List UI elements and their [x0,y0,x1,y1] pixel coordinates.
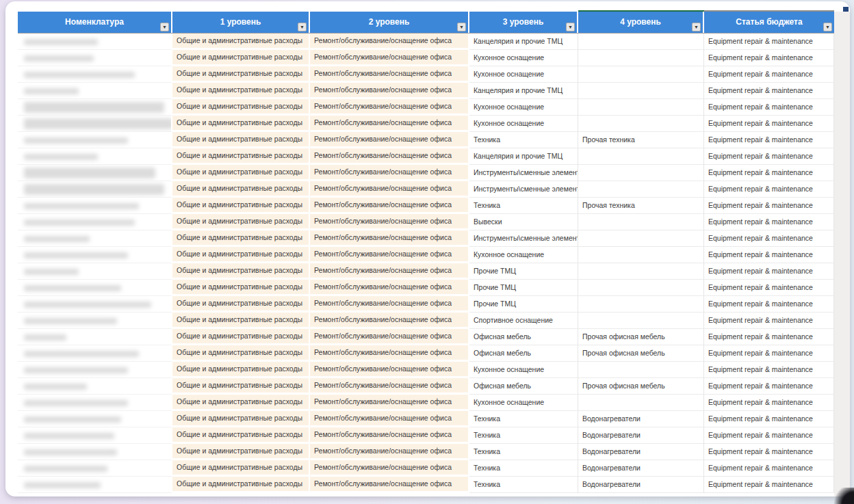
cell-nomenclature[interactable] [18,198,172,214]
cell-level3[interactable]: Канцелярия и прочие ТМЦ [469,83,578,99]
cell-level1[interactable]: Общие и административные расходы [172,460,310,477]
filter-dropdown-button-level4[interactable]: ▼ [692,23,701,31]
cell-budget[interactable]: Equipment repair & maintenance [704,280,834,296]
cell-budget[interactable]: Equipment repair & maintenance [704,132,834,148]
cell-level2[interactable]: Ремонт/обслуживание/оснащение офиса [310,34,469,50]
cell-level4[interactable] [578,214,704,230]
cell-level3[interactable]: Инструменты\сменные элементы [469,230,578,247]
cell-budget[interactable]: Equipment repair & maintenance [704,345,834,362]
cell-nomenclature[interactable] [18,362,172,378]
cell-budget[interactable]: Equipment repair & maintenance [704,477,834,493]
cell-level2[interactable]: Ремонт/обслуживание/оснащение офиса [310,50,469,66]
column-header-level4[interactable]: 4 уровень▼ [578,12,704,33]
cell-level4[interactable] [578,148,704,165]
cell-level3[interactable]: Прочие ТМЦ [469,296,578,313]
cell-level2[interactable]: Ремонт/обслуживание/оснащение офиса [310,477,469,493]
cell-budget[interactable]: Equipment repair & maintenance [704,198,834,214]
cell-level1[interactable]: Общие и административные расходы [172,116,310,132]
cell-level1[interactable]: Общие и административные расходы [172,230,310,247]
cell-budget[interactable]: Equipment repair & maintenance [704,378,834,395]
cell-level1[interactable]: Общие и административные расходы [172,214,310,230]
cell-nomenclature[interactable] [18,50,172,66]
cell-level2[interactable]: Ремонт/обслуживание/оснащение офиса [310,83,469,99]
cell-nomenclature[interactable] [18,427,172,444]
cell-level3[interactable]: Кухонное оснащение [469,395,578,411]
cell-level1[interactable]: Общие и административные расходы [172,427,310,444]
cell-level3[interactable]: Прочие ТМЦ [469,263,578,280]
cell-budget[interactable]: Equipment repair & maintenance [704,296,834,313]
cell-budget[interactable]: Equipment repair & maintenance [704,444,834,460]
cell-budget[interactable]: Equipment repair & maintenance [704,362,834,378]
cell-level2[interactable]: Ремонт/обслуживание/оснащение офиса [310,263,469,280]
cell-budget[interactable]: Equipment repair & maintenance [704,148,834,165]
cell-level4[interactable]: Водонагреватели [578,477,704,493]
cell-budget[interactable]: Equipment repair & maintenance [704,66,834,83]
column-header-budget[interactable]: Статья бюджета▼ [704,12,834,33]
cell-level2[interactable]: Ремонт/обслуживание/оснащение офиса [310,165,469,181]
cell-level4[interactable]: Водонагреватели [578,460,704,477]
cell-level1[interactable]: Общие и административные расходы [172,198,310,214]
cell-level4[interactable] [578,99,704,116]
cell-nomenclature[interactable] [18,34,172,50]
filter-dropdown-button-budget[interactable]: ▼ [823,23,832,31]
cell-level1[interactable]: Общие и административные расходы [172,411,310,427]
cell-budget[interactable]: Equipment repair & maintenance [704,181,834,198]
cell-level4[interactable] [578,50,704,66]
cell-level4[interactable] [578,181,704,198]
cell-budget[interactable]: Equipment repair & maintenance [704,247,834,263]
column-header-level1[interactable]: 1 уровень▼ [172,12,310,33]
cell-budget[interactable]: Equipment repair & maintenance [704,427,834,444]
cell-level3[interactable]: Техника [469,477,578,493]
cell-level3[interactable]: Прочие ТМЦ [469,280,578,296]
cell-nomenclature[interactable] [18,99,172,116]
cell-level3[interactable]: Канцелярия и прочие ТМЦ [469,148,578,165]
cell-budget[interactable]: Equipment repair & maintenance [704,395,834,411]
cell-nomenclature[interactable] [18,378,172,395]
cell-level2[interactable]: Ремонт/обслуживание/оснащение офиса [310,460,469,477]
cell-level3[interactable]: Вывески [469,214,578,230]
filter-dropdown-button-level1[interactable]: ▼ [298,23,307,31]
cell-level4[interactable] [578,116,704,132]
cell-nomenclature[interactable] [18,181,172,198]
cell-budget[interactable]: Equipment repair & maintenance [704,34,834,50]
cell-level2[interactable]: Ремонт/обслуживание/оснащение офиса [310,99,469,116]
cell-level4[interactable] [578,362,704,378]
cell-level2[interactable]: Ремонт/обслуживание/оснащение офиса [310,395,469,411]
cell-budget[interactable]: Equipment repair & maintenance [704,411,834,427]
cell-nomenclature[interactable] [18,411,172,427]
cell-nomenclature[interactable] [18,116,172,132]
cell-level2[interactable]: Ремонт/обслуживание/оснащение офиса [310,148,469,165]
cell-level2[interactable]: Ремонт/обслуживание/оснащение офиса [310,313,469,329]
cell-level2[interactable]: Ремонт/обслуживание/оснащение офиса [310,214,469,230]
cell-level1[interactable]: Общие и административные расходы [172,362,310,378]
cell-level4[interactable]: Прочая техника [578,198,704,214]
cell-level4[interactable] [578,230,704,247]
cell-level1[interactable]: Общие и административные расходы [172,313,310,329]
cell-level2[interactable]: Ремонт/обслуживание/оснащение офиса [310,345,469,362]
cell-level1[interactable]: Общие и административные расходы [172,165,310,181]
cell-nomenclature[interactable] [18,165,172,181]
cell-level1[interactable]: Общие и административные расходы [172,99,310,116]
cell-nomenclature[interactable] [18,444,172,460]
cell-level3[interactable]: Техника [469,427,578,444]
cell-level3[interactable]: Инструменты\сменные элементы [469,181,578,198]
cell-level1[interactable]: Общие и административные расходы [172,395,310,411]
cell-level3[interactable]: Кухонное оснащение [469,99,578,116]
cell-level4[interactable] [578,313,704,329]
filter-dropdown-button-level2[interactable]: ▼ [457,23,466,31]
cell-level1[interactable]: Общие и административные расходы [172,378,310,395]
cell-level2[interactable]: Ремонт/обслуживание/оснащение офиса [310,198,469,214]
cell-nomenclature[interactable] [18,83,172,99]
cell-level2[interactable]: Ремонт/обслуживание/оснащение офиса [310,411,469,427]
cell-level3[interactable]: Кухонное оснащение [469,116,578,132]
cell-level3[interactable]: Техника [469,460,578,477]
cell-level3[interactable]: Спортивное оснащение [469,313,578,329]
cell-level4[interactable]: Прочая офисная мебель [578,378,704,395]
cell-budget[interactable]: Equipment repair & maintenance [704,263,834,280]
cell-level4[interactable] [578,66,704,83]
cell-level4[interactable]: Водонагреватели [578,427,704,444]
cell-level1[interactable]: Общие и административные расходы [172,296,310,313]
cell-level3[interactable]: Офисная мебель [469,345,578,362]
cell-level3[interactable]: Кухонное оснащение [469,247,578,263]
cell-level2[interactable]: Ремонт/обслуживание/оснащение офиса [310,329,469,345]
